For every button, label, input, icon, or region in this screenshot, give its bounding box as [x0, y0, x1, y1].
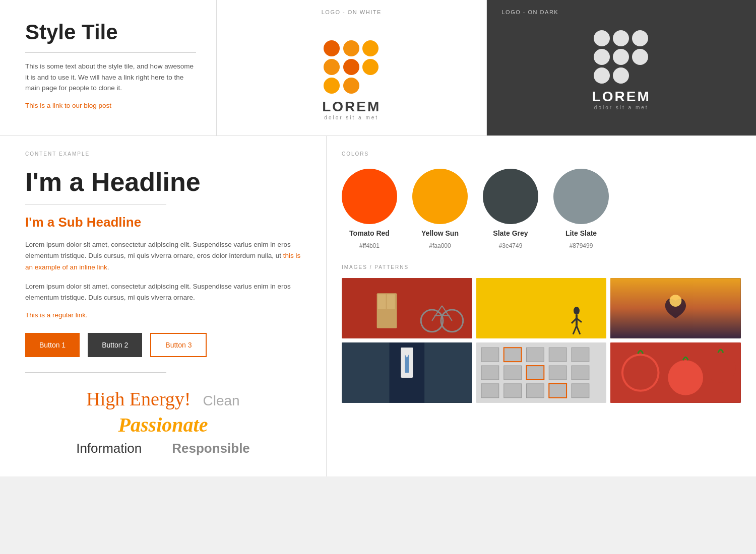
image-sunset-hands — [610, 278, 741, 338]
buttons-row: Button 1 Button 2 Button 3 — [25, 333, 301, 357]
word-responsible: Responsible — [172, 441, 250, 456]
svg-rect-24 — [503, 348, 521, 362]
color-item-yellow-sun: Yellow Sun #faa000 — [412, 169, 468, 249]
colors-label: COLORS — [342, 151, 741, 157]
color-hex-tomato-red: #ff4b01 — [359, 242, 380, 249]
svg-rect-26 — [549, 348, 566, 362]
logo-white: LOREM dolor sit a met — [322, 40, 381, 120]
color-item-slate-grey: Slate Grey #3e4749 — [483, 169, 538, 249]
logo-dot — [632, 49, 648, 65]
svg-rect-30 — [526, 366, 544, 380]
svg-rect-27 — [572, 348, 589, 362]
logo-dot — [343, 40, 359, 56]
main-headline: I'm a Headline — [25, 167, 301, 197]
logo-dot — [324, 78, 340, 94]
words-row-bottom: Information Responsible — [25, 441, 301, 456]
page-title: Style Tile — [25, 20, 196, 44]
color-hex-yellow-sun: #faa000 — [429, 242, 451, 249]
logo-dot — [343, 59, 359, 75]
logo-on-dark-section: LOGO - ON DARK LOREM dolor sit a met — [487, 0, 757, 135]
body-paragraph-2: Lorem ipsum dolor sit amet, consectetur … — [25, 281, 301, 304]
word-information: Information — [76, 441, 142, 456]
svg-rect-23 — [481, 348, 499, 362]
button-3[interactable]: Button 3 — [150, 333, 207, 357]
headline-divider — [25, 204, 166, 204]
svg-rect-35 — [526, 384, 544, 398]
color-hex-lite-slate: #879499 — [570, 242, 593, 249]
color-hex-slate-grey: #3e4749 — [499, 242, 523, 249]
image-tomatoes — [610, 342, 741, 403]
colors-row: Tomato Red #ff4b01 Yellow Sun #faa000 Sl… — [342, 169, 741, 249]
svg-rect-33 — [481, 384, 499, 398]
svg-rect-25 — [526, 348, 544, 362]
style-tile-intro: Style Tile This is some text about the s… — [0, 0, 217, 135]
logo-on-white-section: LOGO - ON WHITE LOREM — [217, 0, 487, 135]
right-panel: COLORS Tomato Red #ff4b01 Yellow Sun #fa… — [327, 136, 756, 476]
logo-dot — [594, 67, 610, 84]
logo-tagline: dolor sit a met — [324, 115, 379, 120]
logo-dot — [613, 49, 629, 65]
logo-dark-tagline: dolor sit a met — [594, 105, 649, 110]
logo-dark: LOREM dolor sit a met — [592, 30, 651, 110]
button-2[interactable]: Button 2 — [88, 333, 142, 357]
logo-dot — [343, 78, 359, 94]
logo-white-label: LOGO - ON WHITE — [322, 9, 382, 15]
logo-dot — [632, 67, 648, 84]
svg-rect-31 — [549, 366, 566, 380]
color-circle-lite-slate — [553, 169, 609, 224]
logo-dot — [362, 59, 379, 75]
logo-dot — [594, 49, 610, 65]
svg-rect-32 — [572, 366, 589, 380]
content-example-section: CONTENT EXAMPLE I'm a Headline I'm a Sub… — [0, 136, 327, 476]
logo-dot — [362, 78, 379, 94]
image-building — [476, 342, 607, 403]
color-name-yellow-sun: Yellow Sun — [421, 229, 459, 237]
logo-dots-grid — [324, 40, 379, 94]
color-circle-tomato-red — [342, 169, 397, 224]
image-suit-man — [342, 342, 472, 403]
sub-headline: I'm a Sub Headline — [25, 215, 301, 230]
logo-dot — [632, 30, 648, 46]
word-high-energy: High Energy! — [86, 388, 191, 409]
svg-rect-0 — [342, 278, 472, 338]
regular-link[interactable]: This is a regular link. — [25, 311, 301, 319]
buttons-divider — [25, 372, 166, 373]
svg-point-17 — [670, 295, 682, 307]
word-clean: Clean — [203, 393, 240, 408]
svg-rect-2 — [378, 294, 386, 309]
logo-dot — [613, 67, 629, 84]
svg-point-42 — [706, 353, 736, 383]
image-red-bike — [342, 278, 472, 338]
logo-brand-name: LOREM — [322, 99, 381, 115]
colors-section: COLORS Tomato Red #ff4b01 Yellow Sun #fa… — [342, 151, 741, 249]
svg-rect-9 — [476, 278, 607, 338]
logo-dot — [324, 40, 340, 56]
svg-rect-36 — [549, 384, 566, 398]
logo-dark-label: LOGO - ON DARK — [487, 9, 559, 15]
words-section: High Energy! Clean Passionate Informatio… — [25, 383, 301, 461]
svg-point-41 — [668, 360, 704, 395]
logo-dot — [324, 59, 340, 75]
body-paragraph-1: Lorem ipsum dolor sit amet, consectetur … — [25, 239, 301, 273]
svg-point-10 — [574, 307, 580, 315]
images-section: IMAGES / PATTERNS — [342, 264, 741, 403]
images-label: IMAGES / PATTERNS — [342, 264, 741, 270]
svg-rect-34 — [503, 384, 521, 398]
title-divider — [25, 52, 196, 53]
logo-white-container: LOREM dolor sit a met — [322, 25, 381, 135]
button-1[interactable]: Button 1 — [25, 333, 80, 357]
blog-post-link[interactable]: This is a link to our blog post — [25, 102, 111, 109]
svg-point-40 — [623, 356, 658, 390]
svg-rect-28 — [481, 366, 499, 380]
svg-rect-37 — [572, 384, 589, 398]
logo-dot — [594, 30, 610, 46]
logo-dot — [362, 40, 379, 56]
svg-rect-29 — [503, 366, 521, 380]
logo-dark-dots-grid — [594, 30, 649, 84]
logo-dot — [613, 30, 629, 46]
image-yellow — [476, 278, 607, 338]
color-item-lite-slate: Lite Slate #879499 — [553, 169, 609, 249]
color-circle-slate-grey — [483, 169, 538, 224]
images-grid — [342, 278, 741, 403]
word-passionate: Passionate — [25, 413, 301, 437]
